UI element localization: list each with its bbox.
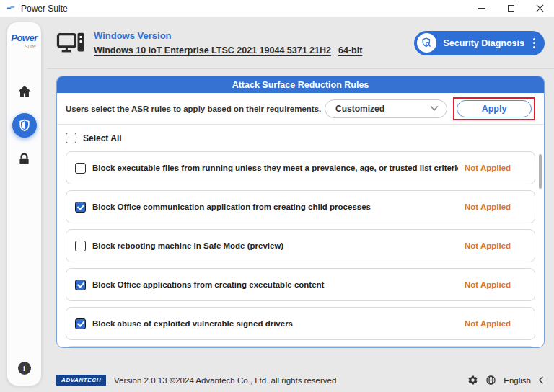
rule-status: Not Applied — [465, 202, 526, 211]
chevron-down-icon — [429, 104, 439, 112]
rule-label: Block rebooting machine in Safe Mode (pr… — [92, 241, 458, 250]
rule-status: Not Applied — [465, 241, 526, 250]
rule-checkbox[interactable] — [75, 280, 86, 290]
lock-icon — [17, 152, 32, 167]
language-chevron-icon[interactable] — [538, 376, 544, 384]
page-header: Windows Version Windows 10 IoT Enterpris… — [47, 17, 554, 69]
panel-description: Users select the ASR rules to apply base… — [66, 104, 325, 113]
panel-controls: Users select the ASR rules to apply base… — [57, 93, 544, 125]
select-all-label: Select All — [83, 133, 122, 143]
apply-highlight-box: Apply — [453, 97, 535, 120]
rule-checkbox[interactable] — [75, 202, 86, 213]
logo-primary-text: Power — [11, 33, 38, 43]
security-diagnosis-icon — [417, 33, 436, 53]
rule-row: Block rebooting machine in Safe Mode (pr… — [66, 229, 535, 262]
rule-status: Not Applied — [465, 164, 526, 172]
close-icon — [536, 4, 544, 12]
rule-label: Block Office applications from creating … — [92, 280, 458, 289]
windows-version-value: Windows 10 IoT Enterprise LTSC 2021 1904… — [94, 45, 362, 55]
rule-row: Block executable files from running unle… — [66, 151, 535, 184]
asr-rules-panel: Attack Surface Reduction Rules Users sel… — [56, 76, 545, 348]
version-text: Version 2.0.13 ©2024 Advantech Co., Ltd.… — [114, 376, 336, 385]
app-logo: Power Suite — [11, 33, 38, 49]
rules-container: Block executable files from running unle… — [66, 151, 535, 340]
minimize-button[interactable] — [467, 0, 496, 17]
mode-dropdown[interactable]: Customized — [325, 99, 447, 118]
computer-icon — [56, 30, 87, 57]
footer: ADVANTECH Version 2.0.13 ©2024 Advantech… — [47, 368, 554, 392]
globe-icon — [485, 375, 496, 386]
settings-button[interactable] — [467, 375, 478, 386]
rule-row: Block abuse of exploited vulnerable sign… — [66, 307, 535, 340]
rule-row-partial — [66, 346, 535, 348]
logo-secondary-text: Suite — [11, 44, 38, 49]
language-button[interactable] — [485, 375, 496, 386]
home-icon — [17, 84, 32, 99]
close-button[interactable] — [525, 0, 554, 17]
shield-icon — [17, 118, 32, 133]
more-options-icon[interactable] — [531, 38, 537, 48]
app-window: Power Suite Power Suite i — [0, 0, 554, 392]
sidebar-item-password[interactable] — [12, 147, 37, 172]
sidebar: Power Suite i — [7, 22, 41, 386]
minimize-icon — [478, 8, 485, 9]
rule-checkbox[interactable] — [75, 241, 86, 251]
gear-icon — [467, 375, 478, 386]
windows-version-string: Windows 10 IoT Enterprise LTSC 2021 1904… — [94, 45, 331, 55]
main-content: Windows Version Windows 10 IoT Enterpris… — [47, 17, 554, 392]
sidebar-item-security[interactable] — [12, 113, 37, 138]
windows-version-label: Windows Version — [94, 30, 362, 41]
info-icon: i — [18, 362, 31, 375]
rule-label: Block abuse of exploited vulnerable sign… — [92, 319, 458, 328]
advantech-logo: ADVANTECH — [56, 375, 106, 386]
app-icon — [6, 4, 16, 13]
panel-title: Attack Surface Reduction Rules — [57, 76, 544, 93]
mode-dropdown-value: Customized — [335, 104, 425, 114]
rule-checkbox[interactable] — [75, 163, 86, 174]
maximize-icon — [508, 5, 514, 12]
rule-label: Block executable files from running unle… — [92, 164, 458, 172]
sidebar-info-button[interactable]: i — [18, 362, 31, 375]
security-diagnosis-label: Security Diagnosis — [443, 38, 524, 48]
language-label: English — [504, 376, 531, 385]
window-title: Power Suite — [21, 4, 68, 14]
scrollbar-thumb[interactable] — [539, 154, 542, 189]
sidebar-item-home[interactable] — [12, 79, 37, 104]
maximize-button[interactable] — [496, 0, 525, 17]
rule-row: Block Office communication application f… — [66, 190, 535, 223]
select-all-row: Select All — [66, 125, 535, 151]
rules-list: Select All Block executable files from r… — [57, 125, 544, 348]
titlebar: Power Suite — [0, 0, 554, 17]
select-all-checkbox[interactable] — [66, 133, 76, 143]
rule-status: Not Applied — [465, 319, 526, 328]
security-diagnosis-button[interactable]: Security Diagnosis — [414, 31, 545, 55]
apply-button[interactable]: Apply — [457, 100, 532, 117]
rule-row: Block Office applications from creating … — [66, 268, 535, 301]
rule-label: Block Office communication application f… — [92, 202, 458, 211]
windows-arch: 64-bit — [338, 45, 362, 55]
rule-status: Not Applied — [465, 280, 526, 289]
rule-checkbox[interactable] — [75, 318, 86, 329]
